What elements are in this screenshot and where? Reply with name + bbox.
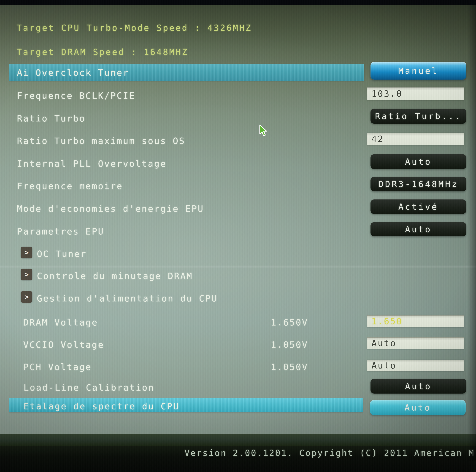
ai-overclock-tuner-label: Ai Overclock Tuner — [17, 67, 129, 78]
ratio-turbo-max-label: Ratio Turbo maximum sous OS — [17, 136, 185, 146]
target-cpu-speed-text: Target CPU Turbo-Mode Speed : 4326MHZ — [17, 23, 252, 33]
pch-voltage-input[interactable]: Auto — [367, 360, 464, 371]
chevron-right-icon: > — [21, 247, 32, 258]
dram-voltage-reading: 1.650V — [271, 317, 308, 327]
memory-frequency-button[interactable]: DDR3-1648MHz — [371, 177, 466, 191]
epu-mode-label: Mode d'economies d'energie EPU — [17, 204, 204, 214]
pch-voltage-value: Auto — [372, 360, 396, 371]
memory-frequency-label: Frequence memoire — [17, 181, 123, 191]
cpu-spread-spectrum-button[interactable]: Auto — [370, 400, 466, 415]
dram-voltage-label: DRAM Voltage — [23, 317, 98, 327]
bclk-frequency-label: Frequence BCLK/PCIE — [17, 91, 136, 101]
ratio-turbo-max-input[interactable]: 42 — [367, 133, 464, 145]
epu-settings-label: Parametres EPU — [17, 226, 104, 236]
vccio-voltage-label: VCCIO Voltage — [23, 340, 104, 350]
submenu-dram-timing-label: Controle du minutage DRAM — [37, 271, 193, 281]
ratio-turbo-button[interactable]: Ratio Turb... — [371, 109, 466, 124]
vccio-voltage-value: Auto — [372, 338, 396, 348]
submenu-oc-tuner-label: OC Tuner — [37, 249, 87, 259]
bios-version-text: Version 2.00.1201. Copyright (C) 2011 Am… — [185, 448, 475, 458]
chevron-right-icon: > — [21, 291, 32, 303]
glare-seam — [0, 265, 476, 268]
footer-band — [0, 434, 476, 447]
ratio-turbo-max-value: 42 — [372, 134, 384, 144]
epu-mode-button[interactable]: Activé — [371, 199, 466, 214]
screen-edge-shade — [467, 5, 476, 460]
chevron-right-icon: > — [21, 269, 32, 280]
load-line-calibration-button[interactable]: Auto — [371, 379, 466, 393]
dram-voltage-value: 1.650 — [372, 316, 403, 326]
epu-settings-button[interactable]: Auto — [371, 222, 466, 236]
ai-overclock-tuner-button[interactable]: Manuel — [371, 62, 466, 80]
bios-screen: Target CPU Turbo-Mode Speed : 4326MHZ Ta… — [0, 0, 476, 472]
target-dram-speed-text: Target DRAM Speed : 1648MHZ — [17, 47, 188, 57]
bclk-frequency-value: 103.0 — [372, 88, 403, 99]
internal-pll-button[interactable]: Auto — [371, 154, 466, 169]
pch-voltage-reading: 1.050V — [271, 362, 308, 372]
vccio-voltage-input[interactable]: Auto — [367, 337, 464, 349]
bclk-frequency-input[interactable]: 103.0 — [367, 87, 464, 100]
mouse-cursor-icon — [259, 124, 270, 137]
pch-voltage-label: PCH Voltage — [23, 362, 92, 372]
submenu-cpu-power-label: Gestion d'alimentation du CPU — [37, 293, 218, 304]
dram-voltage-input[interactable]: 1.650 — [367, 315, 464, 327]
load-line-calibration-label: Load-Line Calibration — [24, 382, 154, 393]
ratio-turbo-label: Ratio Turbo — [17, 113, 85, 124]
vccio-voltage-reading: 1.050V — [271, 340, 308, 350]
internal-pll-label: Internal PLL Overvoltage — [17, 159, 167, 169]
cpu-spread-spectrum-label: Etalage de spectre du CPU — [24, 401, 179, 411]
